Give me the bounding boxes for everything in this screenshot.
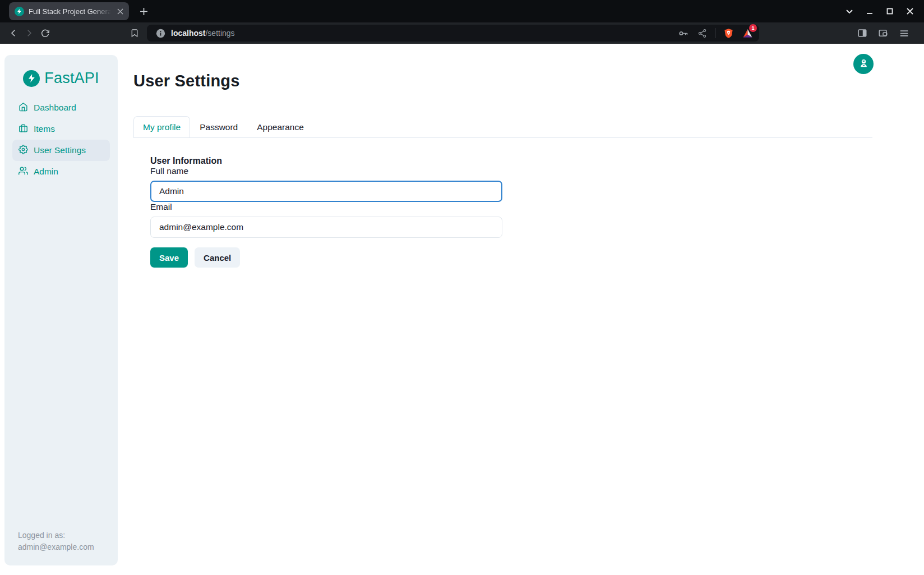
fastapi-logo: FastAPI: [23, 70, 99, 87]
full-name-input[interactable]: [150, 181, 502, 202]
browser-tab-strip: Full Stack Project Genera: [0, 0, 924, 22]
side-panel-icon[interactable]: [856, 26, 869, 40]
reload-icon[interactable]: [37, 25, 53, 41]
sidebar-item-label: User Settings: [34, 145, 86, 155]
sidebar-item-label: Dashboard: [34, 103, 76, 113]
browser-tab[interactable]: Full Stack Project Genera: [9, 2, 129, 20]
brave-shield-icon[interactable]: [722, 27, 734, 39]
key-icon[interactable]: [677, 27, 689, 39]
site-info-icon[interactable]: [156, 29, 165, 38]
logged-in-info: Logged in as: admin@example.com: [4, 530, 118, 565]
window-close-icon[interactable]: [903, 4, 917, 19]
maximize-icon[interactable]: [883, 4, 897, 19]
user-menu-button[interactable]: [853, 54, 874, 74]
forward-icon[interactable]: [21, 25, 37, 41]
email-label: Email: [150, 202, 172, 211]
full-name-label: Full name: [150, 166, 188, 176]
back-icon[interactable]: [6, 25, 21, 41]
menu-icon[interactable]: [897, 26, 911, 40]
page-content: FastAPI Dashboard Items User Settings: [0, 44, 924, 575]
fastapi-logo-text: FastAPI: [44, 70, 99, 87]
briefcase-icon: [19, 123, 28, 135]
logged-in-label: Logged in as:: [18, 530, 104, 541]
fastapi-favicon-icon: [15, 7, 24, 16]
wallet-icon[interactable]: [876, 26, 890, 40]
my-profile-panel: User Information Full name Email Save Ca…: [133, 138, 872, 268]
sidebar-item-label: Admin: [34, 167, 58, 177]
form-actions: Save Cancel: [150, 247, 872, 268]
rewards-badge: 1: [749, 24, 757, 32]
sidebar-item-user-settings[interactable]: User Settings: [12, 140, 110, 161]
sidebar-item-items[interactable]: Items: [12, 118, 110, 140]
share-icon[interactable]: [696, 27, 708, 39]
tab-search-icon[interactable]: [842, 4, 857, 19]
tab-close-icon[interactable]: [116, 7, 124, 16]
home-icon: [19, 102, 28, 114]
fastapi-logo-icon: [23, 70, 40, 87]
browser-toolbar: localhost/settings 1: [0, 22, 924, 44]
sidebar-item-admin[interactable]: Admin: [12, 161, 110, 182]
tab-password[interactable]: Password: [190, 116, 247, 137]
main-content: User Settings My profile Password Appear…: [118, 44, 924, 575]
minimize-icon[interactable]: [862, 4, 877, 19]
address-bar[interactable]: localhost/settings 1: [147, 25, 759, 42]
sidebar: FastAPI Dashboard Items User Settings: [4, 55, 118, 565]
cancel-button[interactable]: Cancel: [195, 247, 240, 268]
sidebar-item-dashboard[interactable]: Dashboard: [12, 97, 110, 118]
bookmark-icon[interactable]: [127, 25, 142, 41]
bat-rewards-icon[interactable]: 1: [741, 27, 754, 39]
tab-title: Full Stack Project Genera: [29, 7, 111, 16]
toolbar-right-icons: [856, 26, 911, 40]
window-controls: [842, 0, 924, 22]
users-icon: [19, 166, 28, 178]
sidebar-item-label: Items: [34, 124, 55, 134]
tab-appearance[interactable]: Appearance: [247, 116, 313, 137]
logged-in-email: admin@example.com: [18, 541, 104, 553]
save-button[interactable]: Save: [150, 247, 188, 268]
toolbar-divider: [715, 28, 715, 38]
new-tab-icon[interactable]: [137, 4, 150, 18]
user-avatar-icon: [858, 58, 869, 71]
url-host: localhost: [171, 29, 205, 38]
tab-my-profile[interactable]: My profile: [133, 116, 190, 137]
page-title: User Settings: [133, 72, 872, 90]
email-input[interactable]: [150, 217, 502, 238]
gear-icon: [19, 145, 28, 157]
sidebar-nav: Dashboard Items User Settings Admin: [4, 97, 118, 182]
settings-tabs: My profile Password Appearance: [133, 116, 872, 138]
url-path: /settings: [205, 29, 234, 38]
section-title: User Information: [150, 156, 872, 166]
